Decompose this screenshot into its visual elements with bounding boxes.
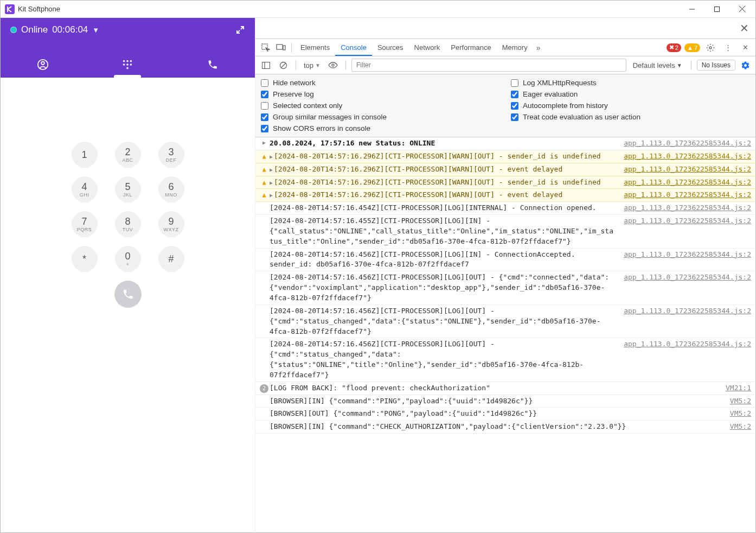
- dialpad-key-4[interactable]: 4GHI: [63, 172, 106, 207]
- log-source-link[interactable]: app_1.113.0_1723622585344.js:2: [620, 177, 751, 188]
- dialpad-key-3[interactable]: 3DEF: [150, 137, 193, 172]
- expand-icon[interactable]: [235, 25, 245, 35]
- log-row: [BROWSER][IN] {"command":"CHECK_AUTHORIZ…: [255, 421, 755, 434]
- svg-point-11: [130, 64, 132, 66]
- devtools-tabs: ElementsConsoleSourcesNetworkPerformance…: [255, 39, 755, 56]
- dialpad-key-0[interactable]: 0+: [106, 242, 150, 276]
- log-row: [BROWSER][OUT] {"command":"PONG","payloa…: [255, 408, 755, 421]
- dialpad-key-5[interactable]: 5JKL: [106, 172, 150, 207]
- log-source-link[interactable]: VM21:1: [722, 383, 751, 394]
- error-badge[interactable]: ✖2: [667, 43, 681, 52]
- tab-call[interactable]: [170, 52, 255, 78]
- tab-dialpad[interactable]: [85, 52, 170, 78]
- devtools-tab-memory[interactable]: Memory: [497, 40, 533, 55]
- warn-badge[interactable]: ▲7: [684, 43, 700, 52]
- filter-input[interactable]: [351, 59, 626, 72]
- svg-point-10: [127, 64, 129, 66]
- call-button[interactable]: [114, 281, 142, 308]
- svg-rect-15: [283, 46, 285, 50]
- context-selector[interactable]: top▼: [302, 60, 323, 71]
- filter-eager-eval[interactable]: Eager evaluation: [511, 90, 750, 98]
- filter-show-cors[interactable]: Show CORS errors in console: [261, 124, 500, 132]
- dialpad-icon: [121, 59, 133, 71]
- live-expression-icon[interactable]: [326, 58, 340, 72]
- devtools-pane: ✕ ElementsConsoleSourcesNetworkPerforman…: [255, 18, 755, 532]
- status-timer: 00:06:04: [52, 24, 88, 35]
- softphone-pane: Online 00:06:04 ▼: [1, 18, 255, 532]
- log-source-link[interactable]: app_1.113.0_1723622585344.js:2: [620, 250, 751, 260]
- log-row: ▲▶[2024-08-20T14:57:16.296Z][CTI-PROCESS…: [255, 189, 755, 202]
- log-source-link[interactable]: app_1.113.0_1723622585344.js:2: [620, 339, 751, 350]
- log-row: ▲▶[2024-08-20T14:57:16.296Z][CTI-PROCESS…: [255, 163, 755, 176]
- console-output[interactable]: ▶20.08.2024, 17:57:16 new Status: ONLINE…: [255, 137, 755, 532]
- svg-point-6: [123, 60, 125, 62]
- status-dot-icon: [10, 27, 17, 33]
- log-source-link[interactable]: app_1.113.0_1723622585344.js:2: [620, 164, 751, 175]
- log-row: ▲▶[2024-08-20T14:57:16.296Z][CTI-PROCESS…: [255, 150, 755, 163]
- dialpad-key-#[interactable]: #: [150, 242, 193, 276]
- devtools-tab-performance[interactable]: Performance: [445, 40, 496, 55]
- filter-log-xhr[interactable]: Log XMLHttpRequests: [511, 79, 750, 87]
- kebab-menu-icon[interactable]: ⋮: [721, 41, 735, 55]
- svg-point-7: [127, 60, 129, 62]
- filter-autocomplete[interactable]: Autocomplete from history: [511, 101, 750, 110]
- window-maximize-button[interactable]: [704, 1, 729, 17]
- dialpad-key-*[interactable]: *: [63, 242, 106, 276]
- log-row: [2024-08-20T14:57:16.456Z][CTI-PROCESSOR…: [255, 305, 755, 339]
- log-source-link[interactable]: VM5:2: [727, 396, 751, 407]
- dialpad-key-9[interactable]: 9WXYZ: [150, 207, 193, 242]
- log-row: [2024-08-20T14:57:16.454Z][CTI-PROCESSOR…: [255, 202, 755, 215]
- devtools-tab-console[interactable]: Console: [335, 40, 372, 56]
- dialpad-key-1[interactable]: 1: [63, 137, 106, 172]
- log-source-link[interactable]: app_1.113.0_1723622585344.js:2: [620, 190, 751, 200]
- more-tabs-icon[interactable]: »: [534, 43, 543, 52]
- filter-preserve-log[interactable]: Preserve log: [261, 90, 500, 98]
- filter-hide-network[interactable]: Hide network: [261, 79, 500, 87]
- log-source-link[interactable]: app_1.113.0_1723622585344.js:2: [620, 138, 751, 149]
- window-minimize-button[interactable]: [680, 1, 704, 17]
- devtools-tab-network[interactable]: Network: [409, 40, 446, 55]
- inspect-icon[interactable]: [259, 41, 273, 55]
- filter-treat-eval[interactable]: Treat code evaluation as user action: [511, 113, 750, 121]
- tab-contacts[interactable]: [1, 52, 85, 78]
- window-close-button[interactable]: [729, 1, 754, 17]
- levels-dropdown[interactable]: Default levels▼: [630, 61, 685, 69]
- issues-button[interactable]: No Issues: [697, 60, 735, 71]
- dialpad-key-7[interactable]: 7PQRS: [63, 207, 106, 242]
- filter-selected-context[interactable]: Selected context only: [261, 101, 500, 110]
- titlebar: Kit Softphone: [1, 1, 755, 18]
- devtools-tab-elements[interactable]: Elements: [295, 40, 335, 55]
- settings-gear-icon[interactable]: [703, 41, 717, 55]
- sidebar-toggle-icon[interactable]: [259, 58, 273, 72]
- dialpad: 12ABC3DEF4GHI5JKL6MNO7PQRS8TUV9WXYZ*0+#: [1, 78, 255, 532]
- log-source-link[interactable]: VM5:2: [727, 422, 751, 432]
- softphone-header: Online 00:06:04 ▼: [1, 18, 255, 78]
- log-source-link[interactable]: app_1.113.0_1723622585344.js:2: [620, 216, 751, 226]
- log-source-link[interactable]: VM5:2: [727, 409, 751, 419]
- clear-console-icon[interactable]: [276, 58, 290, 72]
- svg-rect-17: [262, 62, 270, 68]
- dialpad-key-8[interactable]: 8TUV: [106, 207, 150, 242]
- panel-close-icon[interactable]: ✕: [740, 22, 749, 35]
- console-settings-icon[interactable]: [739, 61, 752, 70]
- devtools-tab-sources[interactable]: Sources: [372, 40, 409, 55]
- filter-group-similar[interactable]: Group similar messages in console: [261, 113, 500, 121]
- log-row: [2024-08-20T14:57:16.456Z][CTI-PROCESSOR…: [255, 338, 755, 382]
- log-source-link[interactable]: app_1.113.0_1723622585344.js:2: [620, 306, 751, 316]
- svg-point-16: [709, 47, 712, 49]
- dialpad-key-6[interactable]: 6MNO: [150, 172, 193, 207]
- dialpad-key-2[interactable]: 2ABC: [106, 137, 150, 172]
- svg-rect-1: [715, 7, 720, 11]
- chevron-down-icon: ▼: [92, 26, 99, 34]
- svg-point-8: [130, 60, 132, 62]
- status-dropdown[interactable]: Online 00:06:04 ▼: [10, 24, 99, 35]
- person-icon: [37, 59, 49, 71]
- status-label: Online: [21, 24, 48, 35]
- log-row: [BROWSER][IN] {"command":"PING","payload…: [255, 395, 755, 408]
- device-icon[interactable]: [274, 41, 288, 55]
- devtools-close-icon[interactable]: ✕: [738, 41, 752, 55]
- log-row: ▲▶[2024-08-20T14:57:16.296Z][CTI-PROCESS…: [255, 176, 755, 189]
- log-source-link[interactable]: app_1.113.0_1723622585344.js:2: [620, 203, 751, 213]
- log-source-link[interactable]: app_1.113.0_1723622585344.js:2: [620, 151, 751, 162]
- log-source-link[interactable]: app_1.113.0_1723622585344.js:2: [620, 272, 751, 283]
